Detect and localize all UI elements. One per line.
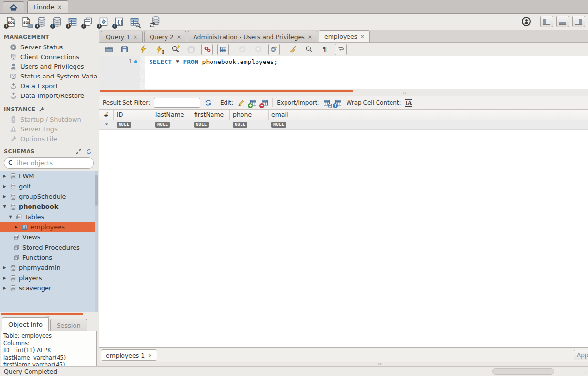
chevron-right-icon[interactable]: ▶ (14, 225, 19, 229)
explain-plan-button[interactable] (169, 44, 181, 55)
tree-item-tables[interactable]: ▼Tables (0, 212, 98, 222)
wrap-cell-content-icon[interactable]: IA (405, 99, 413, 107)
delete-row-icon[interactable]: − (261, 99, 269, 107)
bottom-splitter[interactable]: ⦀⦀ (99, 362, 588, 366)
cell-id[interactable]: NULL (114, 122, 152, 128)
refresh-schemas-icon[interactable] (86, 148, 92, 155)
tree-item-phpmyadmin[interactable]: ▶phpmyadmin (0, 263, 98, 273)
sidebar-item-client-connections[interactable]: Client Connections (0, 52, 98, 62)
tree-item-FWM[interactable]: ▶FWM (0, 171, 98, 181)
insert-row-icon[interactable]: + (249, 99, 257, 107)
sidebar-item-startup-shutdown[interactable]: Startup / Shutdown (0, 114, 98, 124)
toggle-bottom-panel-button[interactable] (556, 16, 569, 27)
cell-lastname[interactable]: NULL (152, 122, 191, 128)
tab-employees[interactable]: employees× (319, 30, 370, 42)
tree-item-golf[interactable]: ▶golf (0, 181, 98, 191)
column-header-firstname[interactable]: firstName (191, 110, 230, 120)
tab-query-2[interactable]: Query 2× (144, 31, 186, 42)
schema-filter-input[interactable] (14, 159, 90, 167)
table-row[interactable]: * NULL NULL NULL NULL NULL (99, 120, 588, 130)
commit-button[interactable] (236, 44, 248, 55)
chevron-right-icon[interactable]: ▶ (2, 286, 7, 290)
export-recordset-icon[interactable] (323, 99, 331, 107)
search-table-data-button[interactable] (127, 15, 142, 29)
tab-administration-users[interactable]: Administration - Users and Privileges× (188, 31, 317, 42)
column-header-email[interactable]: email (269, 110, 588, 120)
open-file-button[interactable] (103, 44, 114, 55)
sidebar-item-data-import[interactable]: Data Import/Restore (0, 91, 98, 100)
new-function-button[interactable]: + (111, 15, 127, 29)
sidebar-splitter[interactable]: ⦀⦀ (0, 312, 98, 317)
toggle-right-sidebar-button[interactable] (572, 16, 585, 27)
sidebar-item-server-status[interactable]: Server Status (0, 42, 98, 52)
close-icon[interactable]: × (133, 34, 137, 40)
sql-editor[interactable]: 1 SELECT * FROM phonebook.employees; (99, 56, 588, 89)
expand-schemas-icon[interactable] (75, 148, 82, 155)
tree-scrollbar[interactable] (95, 171, 98, 312)
chevron-right-icon[interactable]: ▶ (2, 194, 7, 199)
column-header-phone[interactable]: phone (230, 110, 269, 120)
new-schema-button[interactable]: + (49, 15, 65, 29)
import-records-icon[interactable]: ↑ (334, 99, 342, 107)
toggle-word-wrap-button[interactable] (335, 44, 347, 55)
limit-rows-button[interactable] (217, 44, 229, 55)
new-sql-tab-button[interactable]: + (3, 15, 18, 29)
close-icon[interactable]: × (148, 352, 152, 359)
toggle-left-sidebar-button[interactable] (540, 16, 553, 27)
sql-code[interactable]: SELECT * FROM phonebook.employees; (145, 56, 588, 89)
open-sql-script-button[interactable] (18, 15, 34, 29)
tree-item-scavenger[interactable]: ▶scavenger (0, 283, 98, 293)
execute-current-statement-button[interactable]: I (153, 44, 165, 55)
tree-item-employees[interactable]: ▶employees (0, 222, 98, 232)
horizontal-scrollbar-thumb[interactable] (492, 368, 554, 375)
sidebar-item-server-logs[interactable]: Server Logs (0, 124, 98, 134)
reconnect-dbms-button[interactable] (147, 15, 163, 29)
chevron-right-icon[interactable]: ▶ (2, 276, 7, 280)
tree-item-players[interactable]: ▶players (0, 273, 98, 283)
tab-session[interactable]: Session (50, 319, 87, 331)
sidebar-item-options-file[interactable]: Options File (0, 134, 98, 143)
connection-tab[interactable]: Linode × (27, 0, 68, 13)
editor-result-splitter[interactable]: ⦀⦀ (99, 89, 588, 96)
stop-query-button[interactable] (185, 44, 197, 55)
tab-object-info[interactable]: Object Info (2, 317, 49, 331)
resize-grip-icon[interactable]: ⋰ (583, 371, 587, 376)
chevron-right-icon[interactable]: ▶ (2, 266, 7, 270)
tree-item-views[interactable]: Views (0, 232, 98, 242)
close-icon[interactable]: × (177, 34, 181, 40)
refresh-icon[interactable] (204, 99, 212, 107)
chevron-right-icon[interactable]: ▶ (2, 184, 7, 188)
tab-result-employees-1[interactable]: employees 1× (101, 349, 157, 361)
chevron-down-icon[interactable]: ▼ (8, 215, 13, 219)
new-view-button[interactable]: + (80, 15, 96, 29)
save-button[interactable] (119, 44, 130, 55)
new-procedure-button[interactable]: + (96, 15, 111, 29)
cell-email[interactable]: NULL (269, 122, 588, 128)
tree-item-functions[interactable]: Functions (0, 252, 98, 263)
schema-inspector-button[interactable]: i (34, 15, 49, 29)
sidebar-item-status-system-variables[interactable]: Status and System Variables (0, 71, 98, 81)
tree-item-groupSchedule[interactable]: ▶groupSchedule (0, 191, 98, 202)
find-button[interactable] (303, 44, 315, 55)
close-icon[interactable]: × (360, 33, 364, 40)
close-icon[interactable]: × (57, 4, 62, 11)
execute-button[interactable] (137, 44, 149, 55)
chevron-right-icon[interactable]: ▶ (2, 174, 7, 178)
beautify-sql-button[interactable] (287, 44, 299, 55)
tab-query-1[interactable]: Query 1× (101, 31, 143, 42)
toggle-invisible-characters-button[interactable]: ¶ (319, 44, 331, 55)
column-header-id[interactable]: ID (114, 110, 152, 120)
cell-phone[interactable]: NULL (230, 122, 269, 128)
chevron-down-icon[interactable]: ▼ (2, 204, 7, 209)
toggle-stop-on-error-button[interactable] (201, 44, 213, 55)
tree-item-phonebook[interactable]: ▼phonebook (0, 202, 98, 212)
edit-record-icon[interactable] (237, 99, 245, 107)
close-icon[interactable]: × (308, 34, 312, 40)
sidebar-item-users-privileges[interactable]: Users and Privileges (0, 62, 98, 71)
sidebar-item-data-export[interactable]: Data Export (0, 81, 98, 91)
toggle-autocommit-button[interactable] (268, 44, 280, 55)
column-header-row-number[interactable]: # (99, 110, 114, 120)
tree-item-stored-procedures[interactable]: Stored Procedures (0, 242, 98, 252)
result-filter-input[interactable] (154, 98, 200, 108)
new-table-button[interactable]: + (65, 15, 80, 29)
